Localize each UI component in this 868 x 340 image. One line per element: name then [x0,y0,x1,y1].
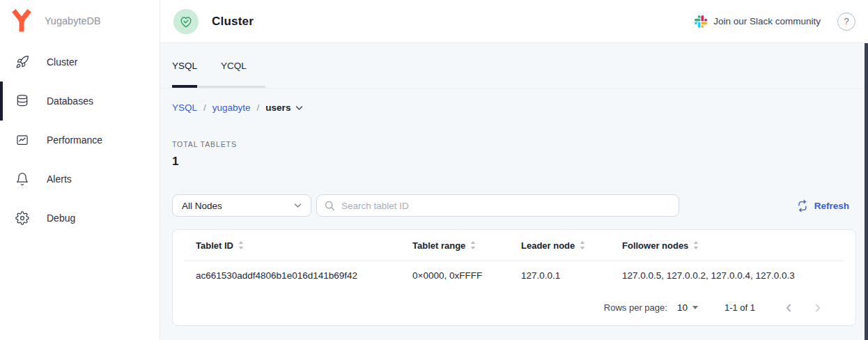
slack-link-label: Join our Slack community [713,16,821,26]
sidebar-item-label: Performance [47,134,102,146]
chevron-right-icon [814,303,822,313]
total-tablets-value: 1 [172,155,856,169]
breadcrumb: YSQL / yugabyte / users [172,102,856,113]
chart-icon [15,133,29,147]
database-icon [15,94,29,108]
help-button[interactable]: ? [837,13,855,31]
breadcrumb-link-ysql[interactable]: YSQL [172,102,197,113]
column-header-tablet-range[interactable]: Tablet range [412,240,521,251]
cell-leader-node: 127.0.0.1 [521,270,622,281]
rows-per-page-label: Rows per page: [604,302,667,313]
table-row: ac661530addf4806b1e016d141b69f42 0×0000,… [173,261,855,289]
column-header-tablet-id[interactable]: Tablet ID [196,240,412,251]
sidebar-item-debug[interactable]: Debug [0,199,160,238]
pagination: Rows per page: 10 1-1 of 1 [173,289,855,326]
sidebar-item-performance[interactable]: Performance [0,121,160,160]
gear-icon [15,211,29,225]
main-area: Cluster Join our Slack community ? [160,0,868,340]
cell-tablet-id: ac661530addf4806b1e016d141b69f42 [196,270,412,281]
next-page-button[interactable] [814,303,822,313]
breadcrumb-current-label: users [265,102,290,113]
sidebar-item-alerts[interactable]: Alerts [0,160,160,199]
sort-icon [580,241,585,249]
tablet-search [316,194,679,217]
column-header-follower-nodes[interactable]: Follower nodes [622,240,855,251]
column-header-leader-node[interactable]: Leader node [521,240,622,251]
table-header-row: Tablet ID Tablet range Leader node [173,230,855,261]
rows-per-page-select[interactable]: 10 [677,302,698,313]
sort-icon [470,241,476,249]
content: YSQL / yugabyte / users TOTAL TABLETS 1 … [160,88,868,340]
pagination-range: 1-1 of 1 [724,302,755,313]
slack-community-link[interactable]: Join our Slack community [695,15,821,28]
caret-down-icon [692,306,698,309]
sort-icon [238,241,244,249]
page-title: Cluster [212,15,254,29]
tab-indicator-track [172,86,265,88]
sidebar-item-cluster[interactable]: Cluster [0,42,160,82]
brand-name: YugabyteDB [45,15,101,26]
tablets-table-card: Tablet ID Tablet range Leader node [172,229,856,326]
breadcrumb-separator: / [203,102,206,113]
sort-icon [693,241,699,249]
breadcrumb-link-database[interactable]: yugabyte [212,102,251,113]
chevron-down-icon [295,105,303,111]
brand: YugabyteDB [0,0,160,42]
node-filter-value: All Nodes [182,201,222,211]
total-tablets-label: TOTAL TABLETS [172,140,856,148]
sidebar-item-label: Debug [47,212,75,224]
help-icon: ? [844,16,848,26]
chevron-left-icon [784,303,793,313]
search-input[interactable] [341,201,672,211]
sidebar-item-label: Cluster [47,56,77,68]
yugabytedb-logo-icon [10,9,33,33]
search-icon [324,200,336,212]
sidebar-item-label: Alerts [47,173,72,185]
filter-row: All Nodes Refresh [172,194,856,217]
active-tab-indicator [172,85,197,88]
chevron-down-icon [294,203,302,208]
tab-ycql[interactable]: YCQL [221,61,247,71]
tab-label: YCQL [221,61,247,71]
refresh-label: Refresh [814,201,849,211]
refresh-button[interactable]: Refresh [796,199,849,212]
header-actions: Join our Slack community ? [695,13,855,31]
sidebar-nav: Cluster Databases [0,42,160,238]
node-filter-select[interactable]: All Nodes [172,194,311,217]
rocket-icon [15,55,29,69]
app-window: YugabyteDB Cluster [0,0,868,340]
previous-page-button[interactable] [784,303,793,313]
tablets-summary: TOTAL TABLETS 1 [172,140,856,169]
tab-label: YSQL [172,61,197,71]
scrollbar-thumb[interactable] [865,43,868,340]
breadcrumb-table-dropdown[interactable]: users [265,102,303,113]
refresh-icon [796,199,809,212]
breadcrumb-separator: / [257,102,260,113]
sidebar-item-label: Databases [47,95,93,107]
sidebar-item-databases[interactable]: Databases [0,82,160,121]
bell-icon [15,172,29,186]
tab-ysql[interactable]: YSQL [172,61,197,71]
cell-tablet-range: 0×0000, 0xFFFF [412,270,521,281]
slack-icon [695,15,707,28]
sidebar: YugabyteDB Cluster [0,0,160,340]
cell-follower-nodes: 127.0.0.5, 127.0.0.2, 127.0.0.4, 127.0.0… [622,270,855,281]
tab-bar: YSQL YCQL [160,43,868,88]
cluster-health-icon [173,9,199,34]
page-header: Cluster Join our Slack community ? [160,0,868,43]
